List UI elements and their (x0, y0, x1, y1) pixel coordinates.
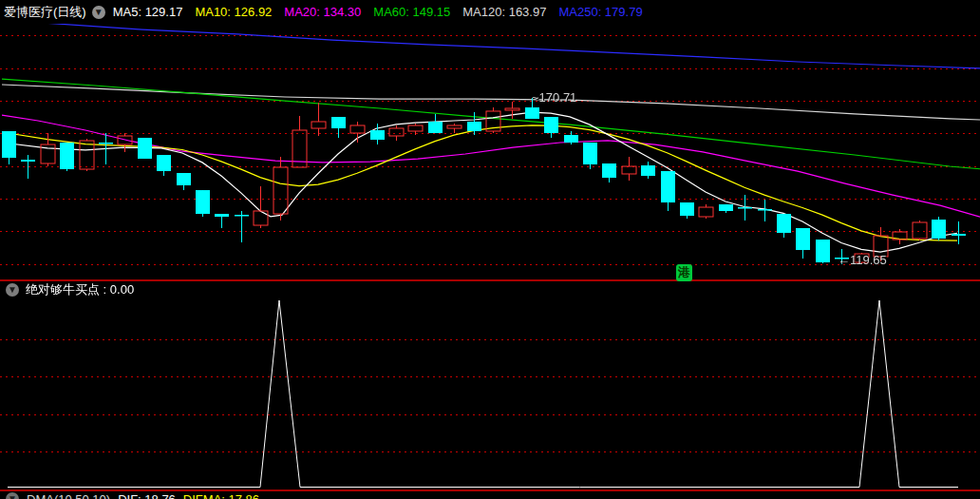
low-price-annotation: ←119.65 (838, 253, 887, 267)
main-chart-header: 爱博医疗(日线) ▼ MA5: 129.17 MA10: 126.92 MA20… (0, 0, 980, 24)
ma250-value-label: MA250: 179.79 (558, 5, 642, 19)
ma5-value-label: MA5: 129.17 (113, 5, 183, 19)
high-price-annotation: ~170.71 (532, 90, 576, 105)
dif-value-label: DIF: 18.76 (118, 492, 176, 499)
indicator-value-label: 绝对够牛买点 : 0.00 (26, 281, 134, 298)
hk-connect-badge: 港 (676, 264, 692, 281)
stock-title: 爱博医疗(日线) (4, 4, 86, 21)
footer-indicator-bar: ▼ DMA(10,50,10) DIF: 18.76 DIFMA: 17.86 (0, 491, 980, 499)
difma-value-label: DIFMA: 17.86 (183, 492, 259, 499)
ma20-value-label: MA20: 134.30 (284, 5, 361, 19)
chevron-icon[interactable]: ▼ (6, 492, 19, 499)
indicator-header: ▼ 绝对够牛买点 : 0.00 (0, 282, 980, 297)
ma-legend: MA5: 129.17 MA10: 126.92 MA20: 134.30 MA… (113, 5, 643, 19)
dma-params-label: DMA(10,50,10) (27, 492, 110, 499)
ma120-value-label: MA120: 163.97 (462, 5, 546, 19)
ma60-value-label: MA60: 149.15 (373, 5, 450, 19)
price-chart-canvas[interactable] (0, 0, 980, 499)
chevron-down-icon[interactable]: ▼ (6, 283, 19, 297)
chevron-down-icon[interactable]: ▼ (92, 6, 105, 19)
ma10-value-label: MA10: 126.92 (195, 5, 272, 19)
trading-app-window: 爱博医疗(日线) ▼ MA5: 129.17 MA10: 126.92 MA20… (0, 0, 980, 499)
